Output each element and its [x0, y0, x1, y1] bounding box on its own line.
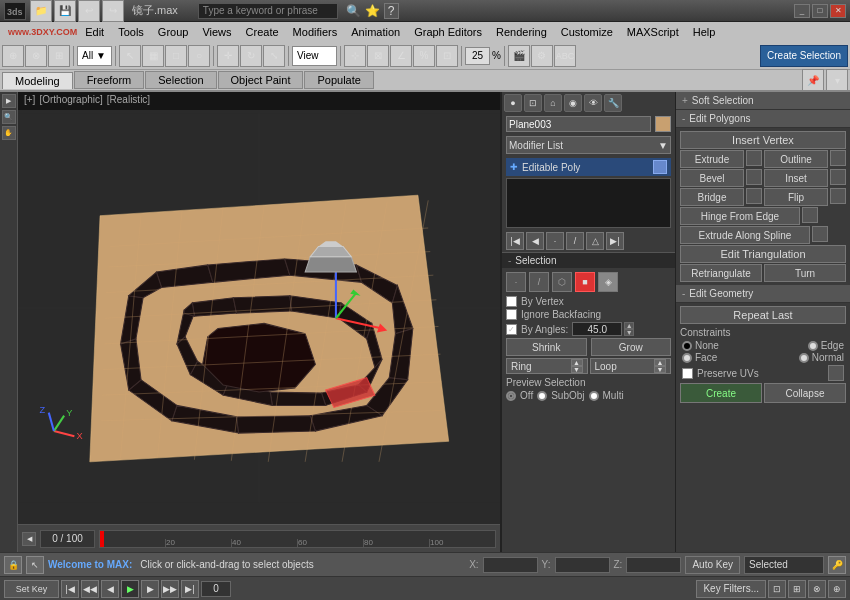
go-end-btn[interactable]: ▶| [181, 580, 199, 598]
set-key-btn[interactable]: Set Key [4, 580, 59, 598]
normal-constraint-option[interactable]: Normal [799, 352, 844, 363]
tab-populate[interactable]: Populate [304, 71, 373, 89]
create-button[interactable]: Create [680, 383, 762, 403]
select-icon[interactable]: ↖ [26, 556, 44, 574]
preserve-uvs-checkbox[interactable] [682, 368, 693, 379]
toolbar-undo[interactable]: ↩ [78, 0, 100, 22]
angle-value-input[interactable] [572, 322, 622, 336]
mod-face-btn[interactable]: △ [586, 232, 604, 250]
insert-vertex-button[interactable]: Insert Vertex [680, 131, 846, 149]
pan-btn[interactable]: ✋ [2, 126, 16, 140]
utilities-icon[interactable]: 🔧 [604, 94, 622, 112]
mod-next-btn[interactable]: ▶| [606, 232, 624, 250]
next-frame-btn[interactable]: ▶▶ [161, 580, 179, 598]
viewport[interactable]: [+] [Orthographic] [Realistic] [18, 92, 500, 524]
filter-dropdown[interactable]: All ▼ [77, 46, 112, 66]
rect-select[interactable]: □ [165, 45, 187, 67]
render-settings-btn[interactable]: ⚙ [531, 45, 553, 67]
menu-edit[interactable]: Edit [79, 25, 110, 39]
ring-down-arrow[interactable]: ▼ [571, 366, 583, 373]
mod-edge-btn[interactable]: / [566, 232, 584, 250]
tab-modeling[interactable]: Modeling [2, 72, 73, 89]
extrude-along-spline-button[interactable]: Extrude Along Spline [680, 226, 810, 244]
modifier-item-editable-poly[interactable]: ✚ Editable Poly [506, 158, 671, 176]
bridge-button[interactable]: Bridge [680, 188, 744, 206]
frame-input[interactable] [201, 581, 231, 597]
loop-dropdown[interactable]: Loop ▲ ▼ [590, 358, 672, 374]
extrude-settings-btn[interactable] [746, 150, 762, 166]
timeline-track[interactable]: 20 40 60 80 100 [99, 530, 496, 548]
circle-select[interactable]: ○ [188, 45, 210, 67]
menu-customize[interactable]: Customize [555, 25, 619, 39]
pivot-btn[interactable]: ⊹ [344, 45, 366, 67]
edit-polygons-header[interactable]: - Edit Polygons [676, 110, 850, 128]
object-color-swatch[interactable] [655, 116, 671, 132]
preserve-uvs-settings-btn[interactable] [828, 365, 844, 381]
multi-radio[interactable] [589, 391, 599, 401]
snap-toggle-btn[interactable]: ⊗ [808, 580, 826, 598]
ring-up-arrow[interactable]: ▲ [571, 359, 583, 366]
paint-btn[interactable]: ⊞ [48, 45, 70, 67]
auto-key-button[interactable]: Auto Key [685, 556, 740, 574]
key-filters-button[interactable]: Key Filters... [696, 580, 766, 598]
hinge-settings-btn[interactable] [802, 207, 818, 223]
menu-tools[interactable]: Tools [112, 25, 150, 39]
loop-up-arrow[interactable]: ▲ [654, 359, 666, 366]
edit-triangulation-button[interactable]: Edit Triangulation [680, 245, 846, 263]
chevron-btn[interactable]: ▾ [826, 69, 848, 91]
extrude-button[interactable]: Extrude [680, 150, 744, 168]
edit-geometry-header[interactable]: - Edit Geometry [676, 285, 850, 303]
poly-sel-icon[interactable]: ■ [575, 272, 595, 292]
render-btn[interactable]: 🎬 [508, 45, 530, 67]
tab-freeform[interactable]: Freeform [74, 71, 145, 89]
abc-btn[interactable]: ABC [554, 45, 576, 67]
flip-button[interactable]: Flip [764, 188, 828, 206]
selection-header[interactable]: - Selection [502, 253, 675, 268]
close-button[interactable]: ✕ [830, 4, 846, 18]
pin-btn[interactable]: 📌 [802, 69, 824, 91]
border-sel-icon[interactable]: ⬡ [552, 272, 572, 292]
face-constraint-option[interactable]: Face [682, 352, 717, 363]
lock2-icon[interactable]: 🔑 [828, 556, 846, 574]
angle-down-btn[interactable]: ▼ [624, 329, 634, 336]
edge-sel-icon[interactable]: / [529, 272, 549, 292]
angle-up-btn[interactable]: ▲ [624, 322, 634, 329]
by-angles-checkbox[interactable]: ✓ [506, 324, 517, 335]
loop-down-arrow[interactable]: ▼ [654, 366, 666, 373]
grow-button[interactable]: Grow [591, 338, 672, 356]
snap-value[interactable] [465, 47, 490, 65]
object-name-input[interactable] [506, 116, 651, 132]
modifier-list-dropdown[interactable]: Modifier List ▼ [506, 136, 671, 154]
go-start-btn[interactable]: |◀ [61, 580, 79, 598]
flip-settings-btn[interactable] [830, 188, 846, 204]
x-coord-input[interactable] [483, 557, 538, 573]
toolbar-save[interactable]: 💾 [54, 0, 76, 22]
mod-vertex-btn[interactable]: · [546, 232, 564, 250]
select-btn[interactable]: ↖ [119, 45, 141, 67]
select-region-btn2[interactable]: ▦ [142, 45, 164, 67]
render-view-btn[interactable]: ⊡ [768, 580, 786, 598]
retriangulate-button[interactable]: Retriangulate [680, 264, 762, 282]
viewport-nav-btn[interactable]: ⊕ [828, 580, 846, 598]
menu-group[interactable]: Group [152, 25, 195, 39]
minimize-button[interactable]: _ [794, 4, 810, 18]
timeline-expand[interactable]: ◀ [22, 532, 36, 546]
select-object-btn[interactable]: ⊕ [2, 45, 24, 67]
tab-selection[interactable]: Selection [145, 71, 216, 89]
spinner-snap-btn[interactable]: ⊡ [436, 45, 458, 67]
edge-constraint-option[interactable]: Edge [808, 340, 844, 351]
hierarchy-icon[interactable]: ⌂ [544, 94, 562, 112]
ring-dropdown[interactable]: Ring ▲ ▼ [506, 358, 588, 374]
render-all-btn[interactable]: ⊞ [788, 580, 806, 598]
off-radio[interactable] [506, 391, 516, 401]
create-selection-button[interactable]: Create Selection [760, 45, 848, 67]
sphere-icon[interactable]: ● [504, 94, 522, 112]
turn-button[interactable]: Turn [764, 264, 846, 282]
selected-dropdown[interactable]: Selected [744, 556, 824, 574]
mod-prev-btn[interactable]: ◀ [526, 232, 544, 250]
search-box[interactable]: Type a keyword or phrase [198, 3, 338, 19]
menu-animation[interactable]: Animation [345, 25, 406, 39]
expand-btn[interactable]: ▶ [2, 94, 16, 108]
toolbar-redo[interactable]: ↪ [102, 0, 124, 22]
inset-button[interactable]: Inset [764, 169, 828, 187]
